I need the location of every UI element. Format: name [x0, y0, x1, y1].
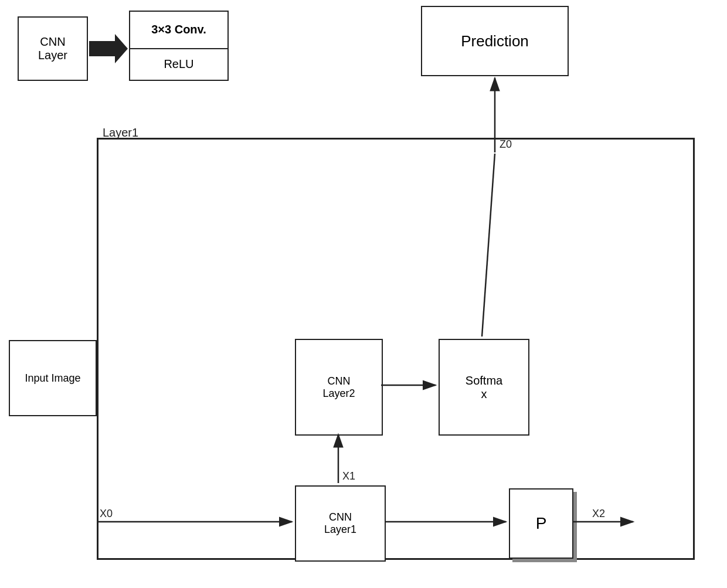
conv-legend-bottom: ReLU [130, 49, 227, 80]
p-box: P [509, 488, 573, 559]
cnn-layer-legend-box: CNN Layer [18, 16, 88, 81]
softmax-box: Softma x [439, 339, 529, 436]
conv-legend-top: 3×3 Conv. [130, 12, 227, 49]
cnn-layer2-label: CNN Layer2 [322, 375, 355, 400]
softmax-label: Softma x [466, 374, 502, 401]
prediction-box: Prediction [421, 6, 569, 76]
conv-bottom-label: ReLU [164, 57, 193, 71]
legend-block-arrow [89, 34, 128, 63]
cnn-layer1-box: CNN Layer1 [295, 485, 386, 562]
cnn-layer1-label: CNN Layer1 [324, 511, 356, 536]
p-box-label: P [536, 514, 547, 533]
cnn-layer2-box: CNN Layer2 [295, 339, 383, 436]
layer1-container: CNN Layer2 Softma x CNN Layer1 P [97, 138, 695, 560]
input-image-label: Input Image [25, 372, 80, 385]
conv-legend-box: 3×3 Conv. ReLU [129, 11, 229, 81]
cnn-layer-legend-label: CNN Layer [38, 35, 67, 62]
prediction-label: Prediction [461, 32, 529, 50]
conv-top-label: 3×3 Conv. [151, 23, 206, 36]
input-image-box: Input Image [9, 340, 97, 416]
diagram-container: CNN Layer 3×3 Conv. ReLU Prediction Laye… [0, 0, 727, 588]
